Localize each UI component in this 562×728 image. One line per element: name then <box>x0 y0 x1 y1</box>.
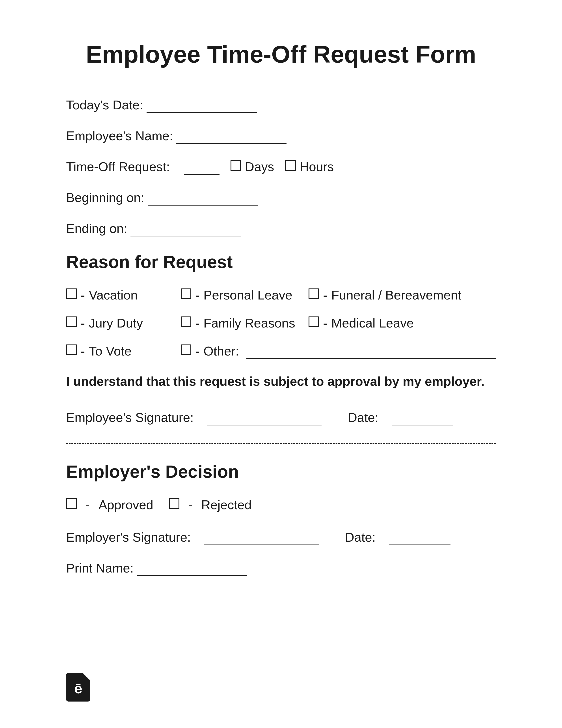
approved-rejected-row: - Approved - Rejected <box>66 497 496 512</box>
print-name-field: Print Name: <box>66 561 496 576</box>
family-reasons-col: - Family Reasons <box>181 316 308 330</box>
print-name-label: Print Name: <box>66 561 134 575</box>
vacation-label: Vacation <box>89 288 138 302</box>
hours-label: Hours <box>300 159 334 174</box>
days-checkbox[interactable] <box>231 160 241 171</box>
medical-leave-label: Medical Leave <box>331 316 414 330</box>
employee-signature-row: Employee's Signature: Date: <box>66 410 496 425</box>
employees-name-input[interactable] <box>176 128 286 144</box>
reason-row-1: - Vacation - Personal Leave - Funeral / … <box>66 288 496 302</box>
family-reasons-checkbox[interactable] <box>181 316 191 327</box>
family-reasons-dash: - <box>195 316 200 330</box>
beginning-on-label: Beginning on: <box>66 190 144 205</box>
funeral-checkbox[interactable] <box>308 288 319 299</box>
jury-duty-dash: - <box>81 316 85 330</box>
page: Employee Time-Off Request Form Today's D… <box>0 0 562 728</box>
jury-duty-checkbox[interactable] <box>66 316 77 327</box>
other-label: Other: <box>204 344 239 358</box>
employee-sig-label: Employee's Signature: <box>66 410 194 425</box>
employee-sig-input[interactable] <box>207 410 321 425</box>
separator <box>66 443 496 444</box>
beginning-on-input[interactable] <box>148 190 258 206</box>
jury-duty-label: Jury Duty <box>89 316 143 330</box>
medical-leave-dash: - <box>323 316 327 330</box>
bottom-logo: ē <box>66 673 90 702</box>
reason-section-heading: Reason for Request <box>66 252 496 272</box>
employee-date-input[interactable] <box>392 410 453 425</box>
medical-leave-col: - Medical Leave <box>308 316 423 330</box>
vacation-dash: - <box>81 288 85 302</box>
reason-row-3: - To Vote - Other: <box>66 344 496 359</box>
medical-leave-checkbox[interactable] <box>308 316 319 327</box>
to-vote-col: - To Vote <box>66 344 181 358</box>
print-name-input[interactable] <box>137 561 247 576</box>
personal-leave-dash: - <box>195 288 200 302</box>
employer-sig-input[interactable] <box>204 530 319 545</box>
to-vote-checkbox[interactable] <box>66 344 77 355</box>
ending-on-field: Ending on: <box>66 221 496 236</box>
employer-section-heading: Employer's Decision <box>66 462 496 482</box>
jury-duty-col: - Jury Duty <box>66 316 181 330</box>
employees-name-label: Employee's Name: <box>66 128 173 143</box>
employer-date-label: Date: <box>345 530 376 545</box>
rejected-dash: - <box>188 497 193 512</box>
employer-sig-label: Employer's Signature: <box>66 530 191 545</box>
vacation-checkbox[interactable] <box>66 288 77 299</box>
vacation-col: - Vacation <box>66 288 181 302</box>
rejected-checkbox[interactable] <box>169 498 180 509</box>
personal-leave-checkbox[interactable] <box>181 288 191 299</box>
time-off-amount-input[interactable] <box>184 159 220 175</box>
days-label: Days <box>245 159 274 174</box>
days-checkbox-item: Days <box>231 159 274 174</box>
logo-letter: ē <box>74 680 82 697</box>
employer-date-input[interactable] <box>389 530 450 545</box>
notice-text: I understand that this request is subjec… <box>66 372 496 390</box>
rejected-label: Rejected <box>201 497 252 512</box>
personal-leave-col: - Personal Leave <box>181 288 308 302</box>
personal-leave-label: Personal Leave <box>204 288 292 302</box>
other-dash: - <box>195 344 200 358</box>
other-col: - Other: <box>181 344 496 359</box>
funeral-dash: - <box>323 288 327 302</box>
ending-on-input[interactable] <box>131 221 241 236</box>
funeral-label: Funeral / Bereavement <box>331 288 461 302</box>
reason-row-2: - Jury Duty - Family Reasons - Medical L… <box>66 316 496 330</box>
employer-signature-row: Employer's Signature: Date: <box>66 530 496 545</box>
employee-date-label: Date: <box>348 410 379 425</box>
employer-section: Employer's Decision - Approved - Rejecte… <box>66 462 496 576</box>
todays-date-field: Today's Date: <box>66 97 496 113</box>
beginning-on-field: Beginning on: <box>66 190 496 206</box>
approved-label: Approved <box>99 497 153 512</box>
ending-on-label: Ending on: <box>66 221 127 236</box>
to-vote-label: To Vote <box>89 344 131 358</box>
logo-icon: ē <box>66 673 90 702</box>
time-off-request-row: Time-Off Request: Days Hours <box>66 159 496 175</box>
reason-grid: - Vacation - Personal Leave - Funeral / … <box>66 288 496 359</box>
hours-checkbox[interactable] <box>285 160 296 171</box>
hours-checkbox-item: Hours <box>285 159 334 174</box>
family-reasons-label: Family Reasons <box>204 316 295 330</box>
todays-date-label: Today's Date: <box>66 97 143 112</box>
funeral-col: - Funeral / Bereavement <box>308 288 461 302</box>
time-off-label: Time-Off Request: <box>66 159 170 174</box>
approved-checkbox[interactable] <box>66 498 77 509</box>
approved-dash: - <box>86 497 90 512</box>
employees-name-field: Employee's Name: <box>66 128 496 144</box>
other-checkbox[interactable] <box>181 344 191 355</box>
to-vote-dash: - <box>81 344 85 358</box>
other-input[interactable] <box>247 344 496 359</box>
page-title: Employee Time-Off Request Form <box>66 40 496 69</box>
todays-date-input[interactable] <box>147 97 257 113</box>
